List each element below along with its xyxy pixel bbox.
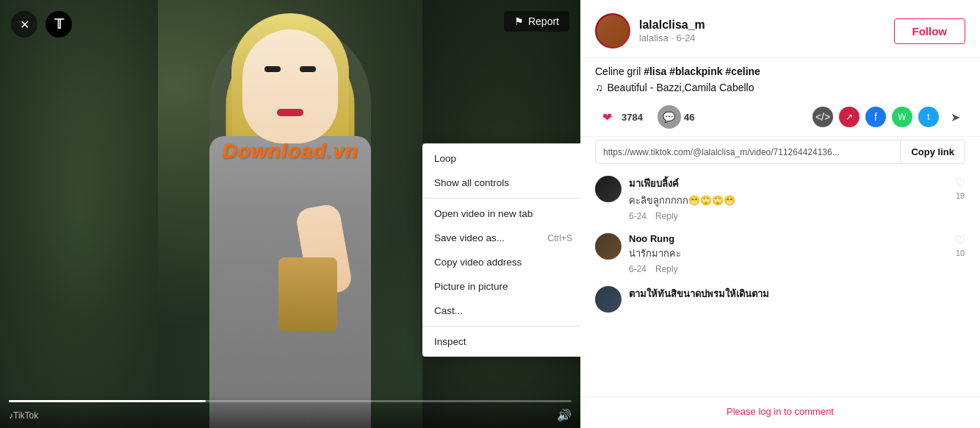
commenter-avatar <box>595 233 621 260</box>
follow-button[interactable]: Follow <box>894 18 966 44</box>
like-count: 3784 <box>621 112 643 123</box>
heart-icon: ♡ <box>955 233 965 247</box>
comment-meta: 6-24 Reply <box>629 264 948 274</box>
copy-link-button[interactable]: Copy link <box>900 140 965 163</box>
music-note-icon: ♫ <box>595 82 603 93</box>
volume-icon[interactable]: 🔊 <box>557 408 572 422</box>
facebook-share-button[interactable]: f <box>865 107 886 127</box>
music-info: ♫ Beautiful - Bazzi,Camila Cabello <box>595 82 965 93</box>
close-button[interactable]: ✕ <box>11 11 37 38</box>
context-menu-open-tab[interactable]: Open video in new tab <box>422 201 580 226</box>
progress-bar[interactable] <box>9 400 572 402</box>
user-sub: lalalisa · 6-24 <box>639 32 894 43</box>
twitter-share-button[interactable]: t <box>918 107 939 127</box>
like-count: 19 <box>956 191 965 200</box>
send-button[interactable]: ➤ <box>945 107 965 127</box>
comment-text: น่ารักมากคะ <box>629 246 948 261</box>
share-icons: </> ↗ f W t ➤ <box>813 107 965 127</box>
comment-date: 6-24 <box>629 211 646 221</box>
login-link[interactable]: Please log in to comment <box>727 406 834 417</box>
comment-content: Noo Rung น่ารักมากคะ 6-24 Reply <box>629 233 948 274</box>
link-bar: https://www.tiktok.com/@lalalclisa_m/vid… <box>595 140 965 164</box>
comment-meta: 6-24 Reply <box>629 211 948 221</box>
description-text: Celine gril #lisa #blackpink #celine <box>595 65 965 77</box>
report-button[interactable]: ⚑ Report <box>504 11 569 32</box>
comment-like-button[interactable]: ♡ 19 <box>955 176 965 221</box>
comment-item: ตามให้ทันสิขนาดปพรมให้เดินตาม <box>595 286 965 313</box>
comment-like-button[interactable]: ♡ 10 <box>955 233 965 274</box>
share-link: https://www.tiktok.com/@lalalclisa_m/vid… <box>596 141 900 163</box>
commenter-avatar <box>595 176 621 202</box>
login-prompt: Please log in to comment <box>580 396 980 428</box>
right-panel: lalalclisa_m lalalisa · 6-24 Follow Celi… <box>580 0 980 428</box>
whatsapp-share-button[interactable]: W <box>892 107 912 127</box>
comment-date: 6-24 <box>629 264 646 274</box>
comment-count: 46 <box>684 112 694 123</box>
heart-icon: ♡ <box>955 176 965 190</box>
context-menu-save-video[interactable]: Save video as... Ctrl+S <box>422 226 580 250</box>
action-bar: ❤ 3784 💬 46 </> ↗ f W t ➤ <box>580 98 980 137</box>
like-count: 10 <box>956 249 965 257</box>
context-menu-loop[interactable]: Loop <box>422 146 580 171</box>
video-controls: ♪TikTok 🔊 <box>0 394 580 428</box>
username: lalalclisa_m <box>639 18 894 32</box>
reply-button[interactable]: Reply <box>655 211 678 221</box>
comment-text: คะลิขลูกกกกก😁🙄🙄😁 <box>629 193 948 208</box>
comment-content: ตามให้ทันสิขนาดปพรมให้เดินตาม <box>629 286 965 313</box>
video-blur-left <box>0 0 158 428</box>
description: Celine gril #lisa #blackpink #celine ♫ B… <box>580 58 980 98</box>
like-button[interactable]: ❤ <box>595 105 619 129</box>
embed-button[interactable]: </> <box>813 107 833 127</box>
tiktok-logo: 𝕋 <box>46 11 72 38</box>
video-panel: Download.vn ✕ 𝕋 ⚑ Report Loop Show all c… <box>0 0 580 428</box>
comment-icon: 💬 <box>663 111 675 123</box>
commenter-name: ตามให้ทันสิขนาดปพรมให้เดินตาม <box>629 286 965 302</box>
progress-fill <box>9 400 206 402</box>
share-arrow-button[interactable]: ↗ <box>839 107 860 127</box>
comments-section: มาเฟียบลิ้งค์ คะลิขลูกกกกก😁🙄🙄😁 6-24 Repl… <box>580 170 980 396</box>
context-menu-copy-address[interactable]: Copy video address <box>422 250 580 274</box>
context-menu-separator-1 <box>422 198 580 199</box>
comment-item: Noo Rung น่ารักมากคะ 6-24 Reply ♡ 10 <box>595 233 965 274</box>
user-avatar <box>595 13 630 49</box>
context-menu-cast[interactable]: Cast... <box>422 299 580 323</box>
context-menu-pip[interactable]: Picture in picture <box>422 274 580 299</box>
context-menu-show-controls[interactable]: Show all controls <box>422 171 580 195</box>
user-info: lalalclisa_m lalalisa · 6-24 <box>639 18 894 43</box>
commenter-name: Noo Rung <box>629 233 948 244</box>
commenter-name: มาเฟียบลิ้งค์ <box>629 176 948 191</box>
user-header: lalalclisa_m lalalisa · 6-24 Follow <box>580 0 980 58</box>
comment-item: มาเฟียบลิ้งค์ คะลิขลูกกกกก😁🙄🙄😁 6-24 Repl… <box>595 176 965 221</box>
comment-button[interactable]: 💬 <box>657 105 681 129</box>
song-name: Beautiful - Bazzi,Camila Cabello <box>608 82 754 93</box>
commenter-avatar <box>595 286 621 313</box>
flag-icon: ⚑ <box>514 15 524 27</box>
context-menu: Loop Show all controls Open video in new… <box>422 143 580 357</box>
comment-content: มาเฟียบลิ้งค์ คะลิขลูกกกกก😁🙄🙄😁 6-24 Repl… <box>629 176 948 221</box>
context-menu-separator-2 <box>422 326 580 327</box>
context-menu-inspect[interactable]: Inspect <box>422 329 580 354</box>
reply-button[interactable]: Reply <box>655 264 678 274</box>
watermark: ♪TikTok <box>9 410 38 421</box>
